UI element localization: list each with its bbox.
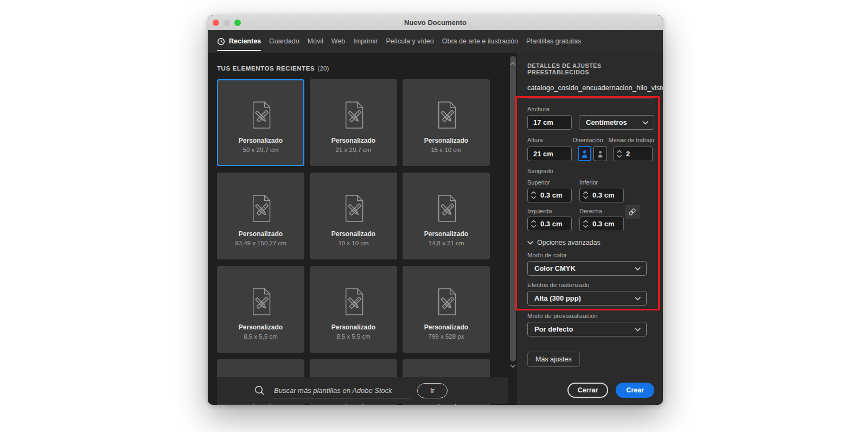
bleed-left-input[interactable] [538,220,571,228]
recent-item-name: Personalizado [239,137,283,144]
chevron-down-icon[interactable] [531,196,536,199]
recent-items-heading-text: TUS ELEMENTOS RECIENTES [217,65,315,72]
tab-label: Recientes [229,37,261,45]
tab-bar: RecientesGuardadoMóvilWebImprimirPelícul… [208,30,663,53]
width-label: Anchura [527,106,654,112]
window-titlebar[interactable]: Nuevo Documento [208,15,663,30]
document-pencil-ruler-icon [341,287,367,317]
recent-item[interactable]: Personalizado 93,49 x 150,27 cm [217,173,304,259]
vertical-scrollbar[interactable] [509,53,517,405]
document-pencil-ruler-icon [433,193,459,224]
tab-label: Móvil [308,37,323,45]
close-button[interactable]: Cerrar [567,383,609,398]
orientation-landscape-button[interactable] [593,146,607,161]
minimize-window-button[interactable] [224,20,230,26]
recent-item-dims: 8,5 x 5,5 cm [336,333,371,340]
magnifier-icon [254,385,265,396]
preset-name[interactable]: catalogo_cosido_encuadernacion_hilo_vist… [527,84,654,92]
bleed-left-label: Izquierda [527,208,572,214]
orientation-portrait-button[interactable] [578,146,591,161]
clock-icon [217,37,225,46]
tab-obra-de-arte-e-ilustracion[interactable]: Obra de arte e ilustración [442,30,518,53]
stepper-arrows[interactable] [614,150,624,158]
bleed-top-input[interactable] [538,191,571,199]
recent-item[interactable]: Personalizado 8,5 x 5,5 cm [217,266,304,353]
window-title: Nuevo Documento [404,18,467,27]
chevron-down-icon[interactable] [531,225,536,228]
recent-item-dims: 93,49 x 150,27 cm [235,240,286,246]
bleed-left-stepper [527,217,572,231]
chevron-up-icon[interactable] [583,191,588,194]
advanced-options-toggle[interactable]: Opciones avanzadas [527,239,654,246]
tab-label: Guardado [269,37,299,45]
recent-item[interactable]: Personalizado 15 x 10 cm [403,79,490,166]
chevron-down-icon[interactable] [617,155,622,158]
bleed-link-button[interactable] [625,205,640,219]
raster-effects-label: Efectos de rasterizado [527,282,654,288]
chain-link-icon [628,207,637,217]
stock-search-input[interactable] [273,383,411,398]
bleed-bottom-input[interactable] [590,191,623,199]
new-document-dialog: Nuevo Documento RecientesGuardadoMóvilWe… [208,15,663,405]
recent-item[interactable]: Personalizado 10 x 10 cm [310,173,397,259]
zoom-window-button[interactable] [234,20,241,26]
document-pencil-ruler-icon [433,287,459,317]
recent-item-name: Personalizado [424,323,468,331]
recent-item-dims: 21 x 29,7 cm [336,147,372,153]
preview-mode-dropdown[interactable]: Por defecto [527,322,647,336]
height-input[interactable] [527,147,572,161]
recent-items-heading: TUS ELEMENTOS RECIENTES(20) [217,65,509,72]
advanced-options-label: Opciones avanzadas [537,239,601,246]
raster-effects-dropdown[interactable]: Alta (300 ppp) [527,291,647,306]
color-mode-dropdown[interactable]: Color CMYK [527,261,647,276]
chevron-up-icon[interactable] [617,150,622,153]
recent-item-dims: 799 x 528 px [429,333,464,340]
chevron-down-icon [635,328,641,332]
stepper-arrows[interactable] [528,191,538,199]
recent-item[interactable]: Personalizado 8,5 x 5,5 cm [310,266,397,353]
recent-item[interactable]: Personalizado 14,8 x 21 cm [403,173,490,259]
chevron-down-icon [510,365,515,368]
width-input[interactable] [527,115,572,130]
chevron-up-icon[interactable] [531,220,536,223]
artboards-input[interactable] [624,150,652,158]
tab-pelicula-y-video[interactable]: Película y vídeo [386,30,433,53]
recent-item[interactable]: Personalizado 21 x 29,7 cm [310,79,397,166]
document-pencil-ruler-icon [248,287,274,317]
bleed-top-stepper [527,188,572,202]
tab-plantillas-gratuitas[interactable]: Plantillas gratuitas [526,30,581,53]
scrollbar-thumb[interactable] [510,56,516,361]
window-controls [213,15,241,30]
stepper-arrows[interactable] [580,220,590,228]
recent-item[interactable]: Personalizado 799 x 528 px [403,266,490,353]
stepper-arrows[interactable] [528,220,538,228]
tab-movil[interactable]: Móvil [308,30,323,53]
recent-item-dims: 50 x 29,7 cm [243,147,279,153]
create-button[interactable]: Crear [616,383,654,398]
tab-label: Web [331,37,345,45]
adobe-stock-search-bar: Ir [217,377,508,404]
recent-item[interactable]: Personalizado 50 x 29,7 cm [217,79,304,166]
chevron-down-icon [642,121,648,125]
tab-web[interactable]: Web [331,30,345,53]
chevron-down-icon[interactable] [583,196,588,199]
more-settings-button[interactable]: Más ajustes [527,352,580,367]
tab-label: Plantillas gratuitas [526,37,581,45]
scrollbar-up-arrow[interactable] [509,58,517,67]
bleed-right-input[interactable] [590,220,623,228]
recent-item-dims: 8,5 x 5,5 cm [244,333,278,340]
tab-imprimir[interactable]: Imprimir [353,30,378,53]
scrollbar-down-arrow[interactable] [509,360,517,370]
stock-go-button[interactable]: Ir [417,383,448,398]
chevron-down-icon [635,297,641,301]
color-mode-value: Color CMYK [534,264,576,272]
chevron-up-icon[interactable] [583,220,588,223]
close-window-button[interactable] [213,20,219,26]
stepper-arrows[interactable] [580,191,590,199]
recent-item-name: Personalizado [331,323,375,331]
chevron-down-icon[interactable] [583,225,588,228]
chevron-up-icon[interactable] [531,191,536,194]
units-dropdown[interactable]: Centímetros [579,115,654,130]
tab-recientes[interactable]: Recientes [217,30,261,53]
tab-guardado[interactable]: Guardado [269,30,299,53]
